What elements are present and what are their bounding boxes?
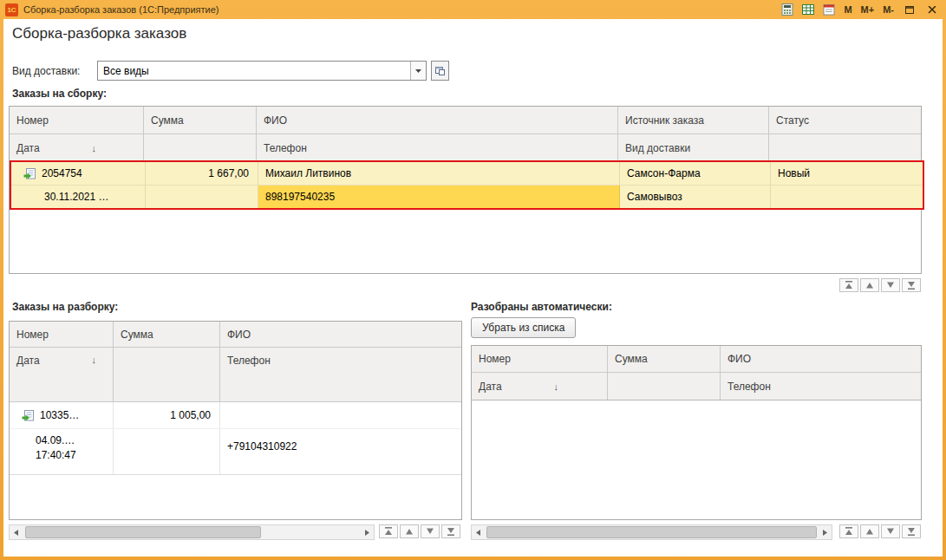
scroll-right-icon[interactable] [361,525,374,539]
column-header-sum[interactable]: Сумма [144,107,257,133]
column-header-date[interactable]: Дата ↓ [10,348,114,401]
move-top-button[interactable] [839,278,858,292]
move-up-button[interactable] [860,278,879,292]
delivery-type-label: Вид доставки: [12,65,80,77]
order-delivery-cell[interactable]: Самовывоз [620,186,771,208]
column-header-empty[interactable] [114,348,220,401]
sort-desc-icon: ↓ [92,355,97,365]
disassembly-hscrollbar[interactable] [9,524,375,540]
column-header-status[interactable]: Статус [769,107,921,133]
order-fio-cell[interactable]: Михаил Литвинов [258,162,620,185]
order-date-cell[interactable]: 30.11.2021 … [11,186,146,208]
disassembly-row-line2[interactable]: 04.09.… 17:40:47 +79104310922 [10,429,461,475]
move-bottom-button[interactable] [902,524,921,538]
order-number: 2054754 [42,167,82,179]
column-header-source[interactable]: Источник заказа [618,107,769,133]
assembly-row-line1[interactable]: 2054754 1 667,00 Михаил Литвинов Самсон-… [11,162,923,186]
column-header-date[interactable]: Дата ↓ [472,373,608,400]
1c-logo-icon: 1С [5,3,18,16]
column-header-date-label: Дата [16,142,40,154]
order-status-cell[interactable]: Новый [771,162,923,185]
order-date-cell[interactable]: 04.09.… 17:40:47 [10,429,114,474]
memory-recall-button[interactable]: М [842,3,853,16]
order-date-part1: 04.09.… [36,433,75,448]
delivery-type-combobox[interactable]: Все виды [97,61,427,81]
column-header-delivery[interactable]: Вид доставки [618,134,769,161]
order-fio-cell[interactable] [220,402,461,428]
order-source-cell[interactable]: Самсон-Фарма [620,162,771,185]
order-empty-cell2[interactable] [771,186,923,208]
close-button[interactable] [923,3,941,16]
order-number-cell[interactable]: 2054754 [11,162,146,185]
scroll-right-icon[interactable] [819,525,832,539]
remove-from-list-button[interactable]: Убрать из списка [471,317,576,338]
column-header-empty2[interactable] [769,134,921,161]
column-header-fio[interactable]: ФИО [220,322,461,347]
column-header-sum[interactable]: Сумма [608,346,721,372]
column-header-number[interactable]: Номер [10,107,144,133]
assembly-selected-row[interactable]: 2054754 1 667,00 Михаил Литвинов Самсон-… [10,160,924,210]
column-header-date[interactable]: Дата ↓ [10,134,144,161]
disassembly-table[interactable]: Номер Сумма ФИО Дата ↓ Телефон 10335… [9,321,462,520]
scroll-left-icon[interactable] [472,525,485,539]
scroll-thumb[interactable] [486,526,817,538]
column-header-phone[interactable]: Телефон [220,348,461,401]
column-header-phone[interactable]: Телефон [257,134,618,161]
chevron-down-icon[interactable] [410,62,426,80]
move-down-button[interactable] [881,278,900,292]
order-empty-cell[interactable] [146,186,258,208]
window-title: Сборка-разборка заказов (1С:Предприятие) [23,4,780,15]
assembly-section-label: Заказы на сборку: [12,88,107,100]
move-top-button[interactable] [379,524,398,538]
choose-button[interactable] [431,61,449,81]
order-sum-cell[interactable]: 1 667,00 [146,162,258,185]
disassembly-section-label: Заказы на разборку: [12,301,118,313]
move-up-button[interactable] [860,524,879,538]
column-header-fio[interactable]: ФИО [721,346,921,372]
memory-plus-button[interactable]: М+ [859,3,877,16]
titlebar[interactable]: 1С Сборка-разборка заказов (1С:Предприят… [0,0,946,19]
column-header-sum[interactable]: Сумма [114,322,220,347]
move-up-button[interactable] [400,524,419,538]
disassembly-nav-buttons [379,524,460,538]
calculator-icon[interactable] [780,3,795,16]
scroll-thumb[interactable] [25,526,261,538]
order-empty-cell[interactable] [114,429,220,474]
disassembly-header-row2: Дата ↓ Телефон [10,348,461,402]
maximize-button[interactable] [901,3,918,16]
order-phone-cell[interactable]: 898197540235 [258,186,620,208]
calendar-icon[interactable] [821,3,837,16]
scroll-track[interactable] [485,525,819,539]
order-sum-cell[interactable]: 1 005,00 [114,402,220,428]
memory-minus-button[interactable]: М- [881,3,896,16]
sort-desc-icon: ↓ [92,143,97,153]
move-bottom-button[interactable] [902,278,921,292]
column-header-empty[interactable] [608,373,721,400]
move-top-button[interactable] [839,524,858,538]
column-header-empty[interactable] [144,134,257,161]
spreadsheet-icon[interactable] [800,3,816,16]
column-header-number[interactable]: Номер [472,346,608,372]
disassembly-row-line1[interactable]: 10335… 1 005,00 [10,402,461,429]
move-down-button[interactable] [421,524,440,538]
column-header-fio[interactable]: ФИО [257,107,618,133]
form-content: Сборка-разборка заказов Вид доставки: Вс… [3,19,943,557]
auto-hscrollbar[interactable] [471,524,832,540]
scroll-track[interactable] [23,525,361,539]
auto-table[interactable]: Номер Сумма ФИО Дата ↓ Телефон [471,345,922,520]
assembly-row-line2[interactable]: 30.11.2021 … 898197540235 Самовывоз [11,186,923,208]
auto-section-label: Разобраны автоматически: [471,301,612,313]
auto-header-row1: Номер Сумма ФИО [472,346,921,373]
move-down-button[interactable] [881,524,900,538]
move-bottom-button[interactable] [441,524,460,538]
column-header-date-label: Дата [16,355,40,367]
auto-nav-buttons [839,524,921,538]
assembly-table[interactable]: Номер Сумма ФИО Источник заказа Статус Д… [9,106,922,274]
order-number-cell[interactable]: 10335… [10,402,114,428]
order-phone-cell[interactable]: +79104310922 [220,429,461,474]
column-header-number[interactable]: Номер [10,322,114,347]
scroll-left-icon[interactable] [10,525,23,539]
assembly-header-row2: Дата ↓ Телефон Вид доставки [10,134,921,162]
column-header-phone[interactable]: Телефон [721,373,921,400]
disassembly-header-row1: Номер Сумма ФИО [10,322,461,348]
